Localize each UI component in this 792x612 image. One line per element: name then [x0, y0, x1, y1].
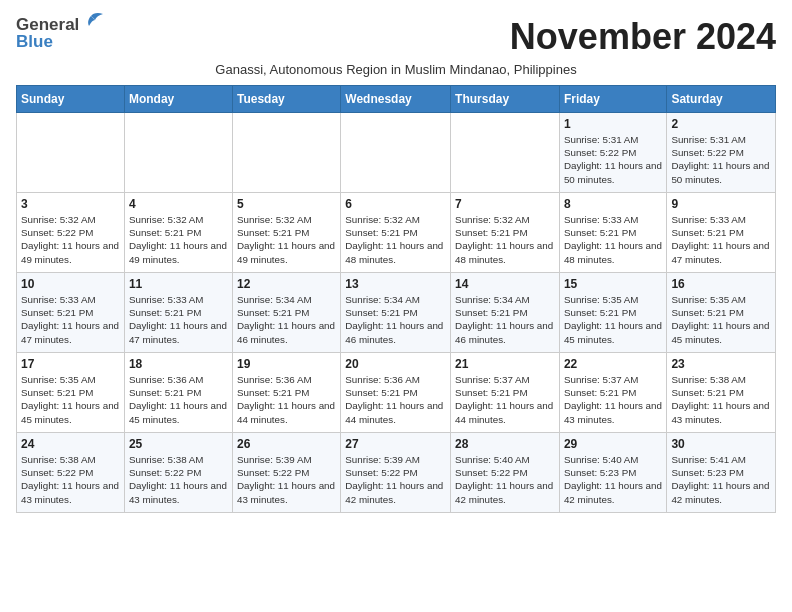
day-info: Sunrise: 5:31 AM Sunset: 5:22 PM Dayligh… [671, 133, 771, 186]
header-sunday: Sunday [17, 86, 125, 113]
day-number: 7 [455, 197, 555, 211]
calendar-cell: 23Sunrise: 5:38 AM Sunset: 5:21 PM Dayli… [667, 353, 776, 433]
calendar-week-3: 10Sunrise: 5:33 AM Sunset: 5:21 PM Dayli… [17, 273, 776, 353]
day-info: Sunrise: 5:32 AM Sunset: 5:22 PM Dayligh… [21, 213, 120, 266]
calendar-cell: 11Sunrise: 5:33 AM Sunset: 5:21 PM Dayli… [124, 273, 232, 353]
day-info: Sunrise: 5:35 AM Sunset: 5:21 PM Dayligh… [564, 293, 662, 346]
calendar-cell: 15Sunrise: 5:35 AM Sunset: 5:21 PM Dayli… [559, 273, 666, 353]
calendar-cell: 1Sunrise: 5:31 AM Sunset: 5:22 PM Daylig… [559, 113, 666, 193]
calendar-cell: 26Sunrise: 5:39 AM Sunset: 5:22 PM Dayli… [232, 433, 340, 513]
logo-general: General [16, 16, 79, 33]
calendar-cell [232, 113, 340, 193]
calendar-cell: 29Sunrise: 5:40 AM Sunset: 5:23 PM Dayli… [559, 433, 666, 513]
calendar-cell [341, 113, 451, 193]
day-number: 21 [455, 357, 555, 371]
day-number: 1 [564, 117, 662, 131]
calendar-cell [17, 113, 125, 193]
calendar-cell: 10Sunrise: 5:33 AM Sunset: 5:21 PM Dayli… [17, 273, 125, 353]
calendar-header-row: SundayMondayTuesdayWednesdayThursdayFrid… [17, 86, 776, 113]
logo-blue: Blue [16, 32, 53, 51]
day-info: Sunrise: 5:40 AM Sunset: 5:23 PM Dayligh… [564, 453, 662, 506]
day-info: Sunrise: 5:33 AM Sunset: 5:21 PM Dayligh… [671, 213, 771, 266]
day-info: Sunrise: 5:39 AM Sunset: 5:22 PM Dayligh… [345, 453, 446, 506]
header-thursday: Thursday [451, 86, 560, 113]
day-info: Sunrise: 5:40 AM Sunset: 5:22 PM Dayligh… [455, 453, 555, 506]
day-info: Sunrise: 5:35 AM Sunset: 5:21 PM Dayligh… [671, 293, 771, 346]
calendar-cell: 22Sunrise: 5:37 AM Sunset: 5:21 PM Dayli… [559, 353, 666, 433]
header-monday: Monday [124, 86, 232, 113]
logo-bird-icon [81, 12, 103, 33]
day-info: Sunrise: 5:34 AM Sunset: 5:21 PM Dayligh… [237, 293, 336, 346]
day-number: 11 [129, 277, 228, 291]
calendar-cell: 3Sunrise: 5:32 AM Sunset: 5:22 PM Daylig… [17, 193, 125, 273]
day-number: 9 [671, 197, 771, 211]
calendar-table: SundayMondayTuesdayWednesdayThursdayFrid… [16, 85, 776, 513]
day-info: Sunrise: 5:38 AM Sunset: 5:21 PM Dayligh… [671, 373, 771, 426]
calendar-cell: 27Sunrise: 5:39 AM Sunset: 5:22 PM Dayli… [341, 433, 451, 513]
calendar-week-2: 3Sunrise: 5:32 AM Sunset: 5:22 PM Daylig… [17, 193, 776, 273]
day-info: Sunrise: 5:36 AM Sunset: 5:21 PM Dayligh… [237, 373, 336, 426]
header-tuesday: Tuesday [232, 86, 340, 113]
day-info: Sunrise: 5:41 AM Sunset: 5:23 PM Dayligh… [671, 453, 771, 506]
day-info: Sunrise: 5:32 AM Sunset: 5:21 PM Dayligh… [455, 213, 555, 266]
day-info: Sunrise: 5:33 AM Sunset: 5:21 PM Dayligh… [129, 293, 228, 346]
day-number: 14 [455, 277, 555, 291]
day-number: 27 [345, 437, 446, 451]
day-number: 19 [237, 357, 336, 371]
day-number: 20 [345, 357, 446, 371]
day-number: 5 [237, 197, 336, 211]
calendar-week-5: 24Sunrise: 5:38 AM Sunset: 5:22 PM Dayli… [17, 433, 776, 513]
calendar-cell: 5Sunrise: 5:32 AM Sunset: 5:21 PM Daylig… [232, 193, 340, 273]
header-friday: Friday [559, 86, 666, 113]
calendar-cell: 30Sunrise: 5:41 AM Sunset: 5:23 PM Dayli… [667, 433, 776, 513]
calendar-cell: 8Sunrise: 5:33 AM Sunset: 5:21 PM Daylig… [559, 193, 666, 273]
calendar-cell: 4Sunrise: 5:32 AM Sunset: 5:21 PM Daylig… [124, 193, 232, 273]
calendar-cell: 7Sunrise: 5:32 AM Sunset: 5:21 PM Daylig… [451, 193, 560, 273]
calendar-cell: 25Sunrise: 5:38 AM Sunset: 5:22 PM Dayli… [124, 433, 232, 513]
day-info: Sunrise: 5:37 AM Sunset: 5:21 PM Dayligh… [455, 373, 555, 426]
calendar-cell: 2Sunrise: 5:31 AM Sunset: 5:22 PM Daylig… [667, 113, 776, 193]
day-number: 8 [564, 197, 662, 211]
day-info: Sunrise: 5:38 AM Sunset: 5:22 PM Dayligh… [129, 453, 228, 506]
day-number: 17 [21, 357, 120, 371]
day-info: Sunrise: 5:34 AM Sunset: 5:21 PM Dayligh… [345, 293, 446, 346]
calendar-cell: 9Sunrise: 5:33 AM Sunset: 5:21 PM Daylig… [667, 193, 776, 273]
page-header: General Blue November 2024 [16, 16, 776, 58]
day-number: 15 [564, 277, 662, 291]
logo: General Blue [16, 16, 103, 50]
day-number: 22 [564, 357, 662, 371]
day-number: 28 [455, 437, 555, 451]
day-info: Sunrise: 5:35 AM Sunset: 5:21 PM Dayligh… [21, 373, 120, 426]
calendar-cell: 24Sunrise: 5:38 AM Sunset: 5:22 PM Dayli… [17, 433, 125, 513]
day-info: Sunrise: 5:36 AM Sunset: 5:21 PM Dayligh… [345, 373, 446, 426]
header-saturday: Saturday [667, 86, 776, 113]
day-number: 12 [237, 277, 336, 291]
day-info: Sunrise: 5:32 AM Sunset: 5:21 PM Dayligh… [237, 213, 336, 266]
calendar-cell: 6Sunrise: 5:32 AM Sunset: 5:21 PM Daylig… [341, 193, 451, 273]
calendar-cell [451, 113, 560, 193]
day-info: Sunrise: 5:38 AM Sunset: 5:22 PM Dayligh… [21, 453, 120, 506]
calendar-cell: 19Sunrise: 5:36 AM Sunset: 5:21 PM Dayli… [232, 353, 340, 433]
day-info: Sunrise: 5:33 AM Sunset: 5:21 PM Dayligh… [21, 293, 120, 346]
day-info: Sunrise: 5:34 AM Sunset: 5:21 PM Dayligh… [455, 293, 555, 346]
day-info: Sunrise: 5:36 AM Sunset: 5:21 PM Dayligh… [129, 373, 228, 426]
day-number: 24 [21, 437, 120, 451]
calendar-cell: 13Sunrise: 5:34 AM Sunset: 5:21 PM Dayli… [341, 273, 451, 353]
day-number: 16 [671, 277, 771, 291]
day-info: Sunrise: 5:31 AM Sunset: 5:22 PM Dayligh… [564, 133, 662, 186]
calendar-cell: 21Sunrise: 5:37 AM Sunset: 5:21 PM Dayli… [451, 353, 560, 433]
calendar-cell: 18Sunrise: 5:36 AM Sunset: 5:21 PM Dayli… [124, 353, 232, 433]
calendar-cell: 28Sunrise: 5:40 AM Sunset: 5:22 PM Dayli… [451, 433, 560, 513]
day-number: 10 [21, 277, 120, 291]
day-info: Sunrise: 5:39 AM Sunset: 5:22 PM Dayligh… [237, 453, 336, 506]
day-number: 13 [345, 277, 446, 291]
day-number: 23 [671, 357, 771, 371]
day-number: 25 [129, 437, 228, 451]
day-info: Sunrise: 5:32 AM Sunset: 5:21 PM Dayligh… [345, 213, 446, 266]
subtitle: Ganassi, Autonomous Region in Muslim Min… [16, 62, 776, 77]
day-number: 2 [671, 117, 771, 131]
calendar-cell: 14Sunrise: 5:34 AM Sunset: 5:21 PM Dayli… [451, 273, 560, 353]
day-number: 18 [129, 357, 228, 371]
day-number: 4 [129, 197, 228, 211]
day-info: Sunrise: 5:37 AM Sunset: 5:21 PM Dayligh… [564, 373, 662, 426]
